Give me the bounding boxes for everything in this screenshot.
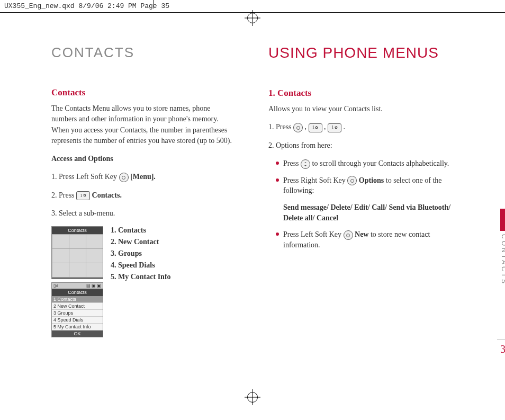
phone-screenshot-list-title: Contacts [52,289,103,296]
key-1-icon: 1✿ [309,123,322,132]
ps-item: 5 My Contact Info [52,324,103,330]
left-softkey-icon [344,230,353,240]
left-softkey-icon [119,173,129,182]
submenu-item: 5. My Contact Info [111,273,171,281]
contacts-heading: Contacts [51,87,237,98]
ps-item: 2 New Contact [52,303,103,310]
contacts-1-intro: Allows you to view your Contacts list. [268,104,454,114]
bullet-item: Press to scroll through your Contacts al… [276,158,454,169]
options-block: Send message/ Delete/ Edit/ Call/ Send v… [283,202,454,223]
key-1-icon: 1✿ [76,191,90,200]
right-step-2: 2. Options from here: [268,140,454,151]
phone-screenshot-grid: Contacts [51,226,103,279]
right-softkey-icon [347,176,357,185]
nav-key-icon [301,159,310,169]
page-number: 35 [497,339,505,355]
access-options-heading: Access and Options [51,154,237,164]
contacts-intro: The Contacts Menu allows you to store na… [51,103,237,146]
submenu-item: 2. New Contact [111,238,171,246]
submenu-item: 4. Speed Dials [111,261,171,270]
side-tab-label: CONTACTS [500,234,505,285]
left-column: CONTACTS Contacts The Contacts Menu allo… [51,44,237,337]
ps-item: 1 Contacts [52,296,103,303]
access-step-3: 3. Select a sub-menu. [51,208,237,219]
registration-mark-bottom [247,392,258,405]
submenu-item: 3. Groups [111,249,171,258]
access-step-2: 2. Press 1✿ Contacts. [51,190,237,201]
bullet-item: Press Right Soft Key Options to select o… [276,175,454,196]
submenu-list: 1. Contacts 2. New Contact 3. Groups 4. … [111,226,171,284]
phone-screenshot-grid-title: Contacts [52,227,103,234]
registration-mark-top [247,13,258,25]
section-side-tab: CONTACTS [500,209,505,285]
submenu-item: 1. Contacts [111,226,171,235]
ps-item: 4 Speed Dials [52,317,103,324]
phone-screenshot-list: ▯ıl▤ ▣ ▣ Contacts 1 Contacts 2 New Conta… [51,282,103,337]
right-section-title: USING PHONE MENUS [268,44,454,61]
right-column: USING PHONE MENUS 1. Contacts Allows you… [268,44,454,337]
left-softkey-icon [293,123,303,132]
left-section-title: CONTACTS [51,44,237,61]
access-step-1: 1. Press Left Soft Key [Menu]. [51,172,237,182]
bullet-item: Press Left Soft Key New to store new con… [276,229,454,250]
contacts-1-heading: 1. Contacts [268,88,454,99]
ps-item: 3 Groups [52,310,103,317]
side-tab-bar [500,209,505,231]
right-step-1: 1. Press , 1✿ , 1✿ . [268,122,454,132]
key-1-icon: 1✿ [328,123,341,132]
